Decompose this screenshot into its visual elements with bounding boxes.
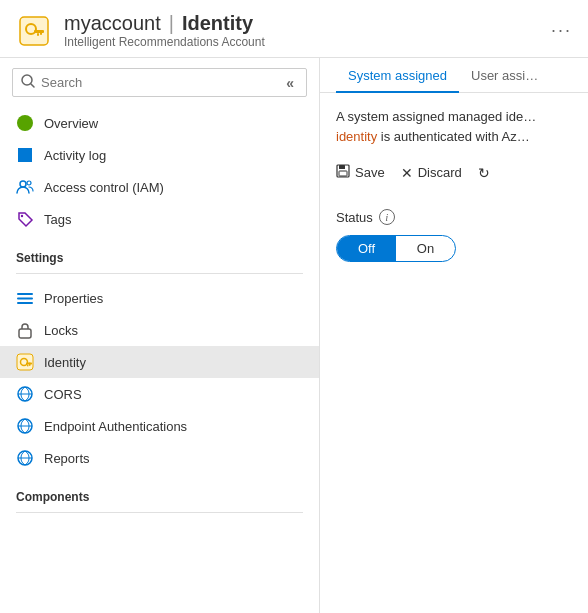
resource-icon	[16, 13, 52, 49]
sidebar-item-label: Tags	[44, 212, 71, 227]
header-main-title: myaccount | Identity	[64, 12, 265, 35]
svg-rect-24	[339, 171, 347, 176]
sidebar-item-endpoint-auth[interactable]: Endpoint Authentications	[0, 410, 319, 442]
sidebar-item-label: Access control (IAM)	[44, 180, 164, 195]
status-toggle[interactable]: Off On	[336, 235, 456, 262]
svg-rect-23	[339, 165, 345, 169]
sidebar-item-label: Reports	[44, 451, 90, 466]
tab-system-assigned[interactable]: System assigned	[336, 58, 459, 93]
sidebar-item-label: Endpoint Authentications	[44, 419, 187, 434]
description-text: A system assigned managed ide… identity …	[336, 107, 572, 146]
discard-icon: ✕	[401, 165, 413, 181]
svg-rect-14	[17, 354, 33, 370]
svg-rect-18	[27, 365, 29, 367]
svg-rect-2	[34, 30, 44, 33]
svg-rect-13	[19, 329, 31, 338]
svg-point-7	[20, 181, 26, 187]
service-name: myaccount	[64, 12, 161, 35]
svg-point-9	[21, 215, 23, 217]
more-options-button[interactable]: ···	[551, 20, 572, 41]
sidebar-item-label: Properties	[44, 291, 103, 306]
title-separator: |	[169, 12, 174, 35]
svg-point-8	[27, 181, 31, 185]
svg-rect-10	[17, 293, 33, 295]
sidebar-item-label: Locks	[44, 323, 78, 338]
discard-label: Discard	[418, 165, 462, 180]
content-body: A system assigned managed ide… identity …	[320, 93, 588, 613]
main-layout: « Overview Activity log	[0, 58, 588, 613]
cors-icon	[16, 385, 34, 403]
sidebar-item-label: Activity log	[44, 148, 106, 163]
settings-section-header: Settings	[0, 239, 319, 269]
status-label: Status	[336, 210, 373, 225]
settings-nav-list: Properties Locks	[0, 278, 319, 478]
sidebar-item-reports[interactable]: Reports	[0, 442, 319, 474]
sidebar-item-properties[interactable]: Properties	[0, 282, 319, 314]
search-icon	[21, 74, 35, 91]
status-info-icon[interactable]: i	[379, 209, 395, 225]
search-bar[interactable]: «	[12, 68, 307, 97]
sidebar: « Overview Activity log	[0, 58, 320, 613]
sidebar-item-overview[interactable]: Overview	[0, 107, 319, 139]
save-button[interactable]: Save	[336, 160, 385, 185]
collapse-button[interactable]: «	[282, 75, 298, 91]
svg-rect-17	[29, 363, 31, 367]
sidebar-item-label: CORS	[44, 387, 82, 402]
identity-link[interactable]: identity	[336, 129, 377, 144]
sidebar-item-access-control[interactable]: Access control (IAM)	[0, 171, 319, 203]
svg-rect-4	[37, 33, 39, 36]
discard-button[interactable]: ✕ Discard	[401, 161, 462, 185]
tag-icon	[16, 210, 34, 228]
components-divider	[16, 512, 303, 513]
search-input[interactable]	[41, 75, 276, 90]
sidebar-item-label: Identity	[44, 355, 86, 370]
content-panel: System assigned User assi… A system assi…	[320, 58, 588, 613]
toggle-on-option[interactable]: On	[396, 236, 455, 261]
svg-rect-12	[17, 302, 33, 304]
tab-user-assigned[interactable]: User assi…	[459, 58, 550, 93]
page-header: myaccount | Identity Intelligent Recomme…	[0, 0, 588, 58]
save-icon	[336, 164, 350, 181]
save-label: Save	[355, 165, 385, 180]
activity-log-icon	[16, 146, 34, 164]
action-toolbar: Save ✕ Discard ↻	[336, 160, 572, 185]
overview-icon	[16, 114, 34, 132]
section-divider	[16, 273, 303, 274]
toggle-off-option[interactable]: Off	[337, 236, 396, 261]
refresh-icon: ↻	[478, 165, 490, 181]
components-section-header: Components	[0, 478, 319, 508]
svg-line-6	[31, 84, 34, 87]
tab-bar: System assigned User assi…	[320, 58, 588, 93]
lock-icon	[16, 321, 34, 339]
sidebar-item-identity[interactable]: Identity	[0, 346, 319, 378]
properties-icon	[16, 289, 34, 307]
sidebar-item-tags[interactable]: Tags	[0, 203, 319, 235]
sidebar-item-locks[interactable]: Locks	[0, 314, 319, 346]
svg-rect-3	[40, 30, 42, 35]
sidebar-item-activity-log[interactable]: Activity log	[0, 139, 319, 171]
people-icon	[16, 178, 34, 196]
svg-rect-11	[17, 297, 33, 299]
status-row: Status i	[336, 209, 572, 225]
header-titles: myaccount | Identity Intelligent Recomme…	[64, 12, 265, 49]
sidebar-item-cors[interactable]: CORS	[0, 378, 319, 410]
identity-key-icon	[16, 353, 34, 371]
top-nav-list: Overview Activity log Access contro	[0, 103, 319, 239]
reports-icon	[16, 449, 34, 467]
resource-name: Identity	[182, 12, 253, 35]
endpoint-auth-icon	[16, 417, 34, 435]
refresh-button[interactable]: ↻	[478, 161, 490, 185]
header-subtitle: Intelligent Recommendations Account	[64, 35, 265, 49]
sidebar-item-label: Overview	[44, 116, 98, 131]
